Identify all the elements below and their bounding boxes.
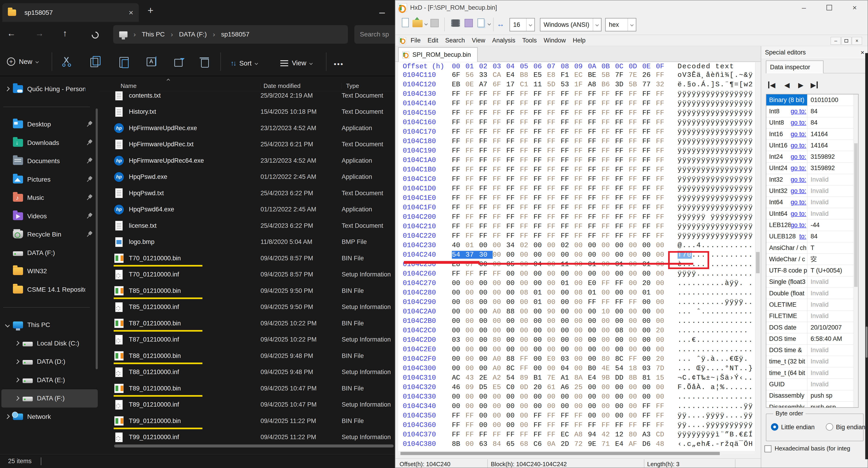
hex-row-0104C370[interactable]: 0104C370 FFFFFFFFFFFFFFFFECA894421280A3C… — [398, 430, 755, 439]
menu-file[interactable]: File — [411, 37, 421, 44]
mdi-restore-button[interactable] — [841, 37, 851, 45]
hex-decoded[interactable]: ...€............ — [678, 336, 753, 344]
inspector-value[interactable]: Invalid — [807, 210, 829, 217]
inspector-row-uint32[interactable]: UInt32 go to: Invalid — [766, 185, 858, 197]
hex-decoded[interactable]: ... ˆ........... — [678, 308, 753, 316]
hex-decoded[interactable]: ............... — [678, 326, 749, 334]
hex-row-0104C130[interactable]: 0104C130 FFFFFFFFFFFFFFFFFFFFFFFFFFFFFFF… — [398, 89, 755, 98]
file-row-t85-01210000-inf[interactable]: T85_01210000.inf 09/4/2025 9:50 PM Setup… — [99, 299, 395, 316]
hex-decoded[interactable]: ÿÿÿÿÿÿÿÿÿÿÿÿÿÿÿÿ — [678, 185, 753, 193]
hex-bytes[interactable]: 6F5633CAE4B8E5E8F1ECBE5B7F7E26FF — [452, 71, 670, 79]
hex-row-0104C2E0[interactable]: 0104C2E0 0000000000000000000000000000000… — [398, 345, 755, 354]
hex-bytes[interactable]: FFFFFFFF000000000000000000000000 — [452, 270, 670, 277]
hex-horizontal-scrollbar[interactable] — [398, 451, 755, 456]
go-to-link[interactable]: go to: — [790, 176, 806, 183]
inspector-row-ansichar-ch[interactable]: AnsiChar / ch T — [766, 242, 858, 254]
hex-bytes[interactable]: 00000000000000000100E0FFFF002000 — [452, 279, 670, 287]
inspector-value[interactable]: Invalid — [807, 370, 829, 377]
hex-decoded[interactable]: ‹.c„ehÆ.-ržqä¯ÖH — [678, 440, 753, 448]
sidebar-item-data-d[interactable]: DATA (D:) — [1, 353, 98, 371]
back-button[interactable]: ← — [7, 28, 16, 38]
hex-row-0104C360[interactable]: 0104C360 FFFF00000000FFFFFFFFFFFFFFFFFFF… — [398, 420, 755, 430]
go-to-link[interactable]: go to: — [790, 119, 806, 126]
inspector-row-disassembly[interactable]: Disassembly push sp — [766, 390, 858, 402]
sidebar-item-csme-14-1-repository[interactable]: CSME 14.1 Repository — [1, 281, 98, 299]
inspector-value[interactable]: T — [807, 244, 814, 252]
hex-bytes[interactable]: 00080000000001000000FFFFFFFF0000 — [452, 298, 670, 306]
tab-close-icon[interactable]: × — [129, 8, 133, 17]
hex-decoded[interactable]: oV3Êä¸åèñì¾[.~&ÿ — [678, 71, 753, 79]
inspector-value[interactable]: 84 — [807, 119, 817, 126]
hex-row-0104C220[interactable]: 0104C220 FFFFFFFFFFFFFFFFFFFFFFFFFFFFFFF… — [398, 231, 755, 240]
chevron-icon[interactable] — [15, 396, 20, 401]
inspector-value[interactable]: 01010100 — [807, 96, 838, 104]
hex-row-0104C230[interactable]: 0104C230 4001000034020000020000000000000… — [398, 240, 755, 250]
sidebar-item-data-f[interactable]: DATA (F:) — [1, 244, 98, 262]
hex-decoded[interactable]: ................ — [678, 346, 753, 353]
file-row-t85-01210000-bin[interactable]: T85_01210000.bin 09/4/2025 9:50 PM BIN F… — [99, 283, 395, 299]
hex-decoded[interactable]: F.ÕåÀ. a¦%...... — [678, 383, 753, 391]
hex-row-0104C260[interactable]: 0104C260 FFFFFFFF00000000000000000000000… — [398, 269, 755, 278]
encoding-select[interactable]: Windows (ANSI) — [540, 18, 601, 31]
hex-row-0104C1B0[interactable]: 0104C1B0 FFFFFFFFFFFFFFFFFFFFFFFFFFFFFFF… — [398, 165, 755, 174]
export-dropdown-icon[interactable] — [488, 22, 491, 25]
hex-row-0104C1F0[interactable]: 0104C1F0 FFFFFFFFFFFFFFFFFFFFFFFFFFFFFFF… — [398, 203, 755, 212]
hex-row-0104C320[interactable]: 0104C320 4609D5E5C00D2061A62500000000000… — [398, 382, 755, 392]
hex-bytes[interactable]: 000000A08CFF00000400B04E5418037D — [452, 364, 670, 372]
inspector-row-leb128[interactable]: LEB128 go to: -44 — [766, 220, 858, 231]
hex-row-0104C330[interactable]: 0104C330 0000000000000000000000000000000… — [398, 392, 755, 401]
hex-row-0104C270[interactable]: 0104C270 00000000000000000100E0FFFF00200… — [398, 278, 755, 288]
chevron-icon[interactable] — [15, 378, 20, 382]
sidebar-item-win32[interactable]: WIN32 — [1, 262, 98, 281]
sidebar-item-videos[interactable]: Videos — [1, 207, 98, 226]
inspector-value[interactable]: Invalid — [807, 381, 829, 388]
nav-prev-button[interactable]: ◀ — [784, 80, 789, 90]
inspector-row-time-t-32-bit[interactable]: time_t (32 bit Invalid — [766, 356, 858, 368]
hxd-maximize-button[interactable] — [823, 2, 836, 13]
go-to-link[interactable]: to: — [799, 233, 806, 240]
file-row-t99-01210000-inf[interactable]: T99_01210000.inf 09/4/2025 11:22 PM Setu… — [99, 429, 395, 446]
hex-bytes[interactable]: FFFFFFFFFFFFFFFFFFFFFFFFFFFFFFFF — [452, 204, 670, 211]
inspector-row-single-float3[interactable]: Single (float3 Invalid — [766, 276, 858, 288]
hex-row-0104C120[interactable]: 0104C120 EB0EA76F17C1115D531FA8B63D5B773… — [398, 80, 755, 89]
hex-vertical-scrollbar[interactable] — [755, 62, 760, 451]
refresh-button[interactable] — [90, 30, 100, 40]
hex-bytes[interactable]: FFFFFFFFFFFFFFFFFFFFFFFFFFFFFFFF — [452, 232, 670, 240]
hex-decoded[interactable]: ................ — [678, 289, 753, 296]
inspector-value[interactable]: T (U+0054) — [807, 267, 842, 274]
file-row-hpqpswd-exe[interactable]: HpqPswd.exe 01/12/2022 2:45 AM Applicati… — [99, 169, 395, 185]
hex-decoded[interactable]: ................ — [678, 393, 753, 401]
hex-row-0104C2D0[interactable]: 0104C2D0 0300008000000000000000000000000… — [398, 335, 755, 345]
sidebar-item-recycle-bin[interactable]: Recycle Bin — [1, 226, 98, 244]
new-button[interactable]: + New — [7, 54, 38, 69]
menu-search[interactable]: Search — [445, 37, 465, 44]
hex-decoded[interactable]: ÿÿÿÿÿÿÿÿÿÿÿÿÿÿÿÿ — [678, 128, 753, 136]
hex-bytes[interactable]: 000000A0880000900000001000000000 — [452, 308, 670, 316]
hex-row-0104C310[interactable]: 0104C310 AC432EA25489B17EA18AE49BDD8B811… — [398, 373, 755, 382]
open-file-button[interactable] — [412, 20, 423, 27]
breadcrumb-this-pc[interactable]: This PC — [142, 31, 165, 38]
nav-last-button[interactable]: ▶ — [811, 80, 818, 90]
column-header-type[interactable]: Type — [342, 83, 395, 89]
hex-decoded[interactable]: ÿÿÿÿÿÿÿÿÿÿÿÿÿÿÿÿ — [678, 204, 753, 211]
hex-row-0104C300[interactable]: 0104C300 000000A08CFF00000400B04E5418037… — [398, 363, 755, 373]
inspector-value[interactable]: -44 — [807, 222, 819, 229]
hex-row-0104C1E0[interactable]: 0104C1E0 FFFFFFFFFFFFFFFFFFFFFFFFFFFFFFF… — [398, 193, 755, 203]
file-row-t88-01210000-inf[interactable]: T88_01210000.inf 09/4/2025 9:48 PM Setup… — [99, 364, 395, 381]
file-row-t99-01210000-bin[interactable]: T99_01210000.bin 09/4/2025 11:22 PM BIN … — [99, 413, 395, 429]
hex-decoded[interactable]: ÿÿÿÿÿÿÿÿÿÿÿÿÿÿÿÿ — [678, 166, 753, 174]
inspector-value[interactable]: 20/10/2007 — [807, 324, 842, 331]
copy-button[interactable] — [90, 56, 100, 67]
hex-bytes[interactable]: EB0EA76F17C1115D531FA8B63D5B7732 — [452, 81, 670, 88]
paste-button[interactable] — [119, 56, 129, 67]
inspector-row-int24[interactable]: Int24 go to: 3159892 — [766, 151, 858, 163]
file-row-logo-bmp[interactable]: logo.bmp 11/8/2020 5:04 AM BMP File — [99, 234, 395, 251]
inspector-row-int8[interactable]: Int8 go to: 84 — [766, 106, 858, 117]
bytes-per-row-select[interactable]: 16 — [509, 18, 535, 31]
inspector-row-double-float[interactable]: Double (float Invalid — [766, 288, 858, 299]
chevron-icon[interactable] — [5, 323, 10, 327]
sidebar-item-data-f[interactable]: DATA (F:) — [1, 389, 98, 408]
file-row-hpfirmwareupdrec-txt[interactable]: HpFirmwareUpdRec.txt 25/4/2023 6:21 PM T… — [99, 136, 395, 153]
breadcrumb-folder[interactable]: sp158057 — [221, 31, 249, 38]
hex-bytes[interactable]: FFFFFFFFFFFFFFFFECA894421280A3CD — [452, 431, 670, 438]
